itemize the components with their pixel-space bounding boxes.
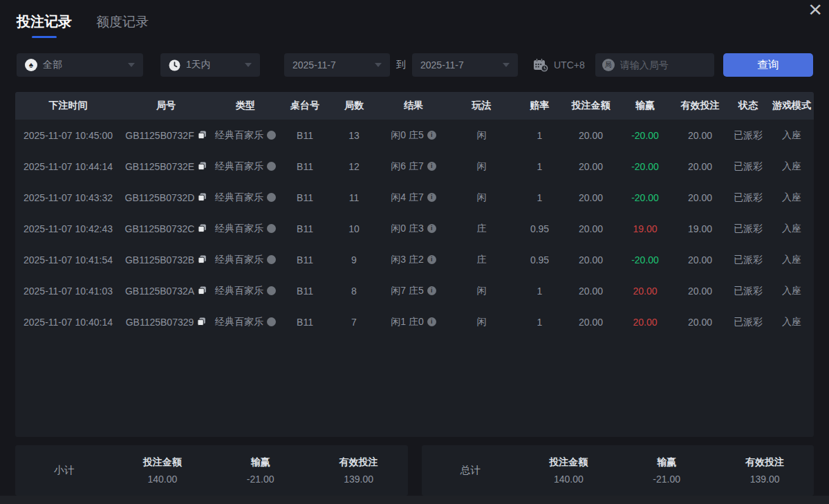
cell-odds: 1 [514, 161, 565, 172]
chevron-down-icon [375, 63, 382, 67]
cell-result: 闲0 庄5i [378, 129, 449, 142]
cell-valid-bet-text: 20.00 [688, 317, 712, 328]
table-header-cell: 局数 [330, 100, 378, 112]
cell-valid-bet: 20.00 [673, 161, 727, 172]
game-type-info-icon[interactable] [267, 224, 276, 233]
close-icon[interactable]: × [808, 0, 822, 22]
clock-icon [169, 59, 180, 71]
game-type-info-icon[interactable] [267, 162, 276, 171]
cell-bet-amount: 20.00 [565, 317, 617, 328]
cell-valid-bet: 19.00 [673, 223, 727, 234]
search-button[interactable]: 查询 [723, 53, 813, 77]
cell-result: 闲7 庄5i [378, 285, 449, 297]
date-to-select[interactable]: 2025-11-7 [412, 53, 518, 77]
cell-round-id: GB1125B0732C [121, 223, 211, 234]
copy-icon[interactable] [198, 131, 207, 140]
cell-game-mode: 入座 [770, 316, 814, 328]
result-info-icon[interactable]: i [427, 224, 436, 233]
cell-round-id: GB1125B0732A [121, 286, 211, 297]
game-type-info-icon[interactable] [267, 131, 276, 140]
cell-play-type: 闲 [449, 129, 514, 142]
result-info-icon[interactable]: i [427, 131, 436, 140]
copy-icon[interactable] [197, 317, 206, 326]
copy-icon[interactable] [198, 162, 207, 171]
cell-valid-bet-text: 20.00 [688, 286, 712, 297]
cell-game-mode-text: 入座 [782, 160, 801, 173]
game-type-info-icon[interactable] [267, 286, 276, 295]
chevron-down-icon [245, 63, 252, 67]
copy-icon[interactable] [198, 224, 207, 233]
game-type-info-icon[interactable] [267, 317, 276, 326]
cell-odds: 1 [514, 286, 565, 297]
table-row: 2025-11-07 10:44:14GB1125B0732E经典百家乐B111… [15, 151, 814, 182]
cell-bet-amount: 20.00 [565, 286, 617, 297]
cell-bet-time-text: 2025-11-07 10:41:03 [24, 286, 113, 297]
cell-round-id: GB1125B0732D [121, 192, 211, 203]
cell-status-text: 已派彩 [734, 223, 763, 235]
cell-bet-amount: 20.00 [565, 254, 617, 265]
bet-amount-value: 140.00 [519, 474, 617, 485]
table-body: 2025-11-07 10:45:00GB1125B0732F经典百家乐B111… [15, 120, 814, 437]
game-type-info-icon[interactable] [267, 193, 276, 202]
valid-bet-label: 有效投注 [716, 456, 814, 469]
timezone-group: UTC+8 [533, 58, 585, 72]
time-range-select[interactable]: 1天内 [160, 53, 260, 77]
cell-bet-amount-text: 20.00 [579, 286, 603, 297]
date-from-value: 2025-11-7 [292, 59, 371, 71]
cell-play-type-text: 庄 [477, 223, 487, 235]
cell-bet-time-text: 2025-11-07 10:43:32 [24, 192, 113, 203]
cell-win-loss: 20.00 [617, 317, 673, 328]
result-info-icon[interactable]: i [427, 162, 436, 171]
cell-odds-text: 1 [537, 286, 543, 297]
cell-status: 已派彩 [727, 129, 770, 142]
date-from-select[interactable]: 2025-11-7 [284, 53, 390, 77]
cell-table-no-text: B11 [297, 223, 313, 234]
cell-game-type-text: 经典百家乐 [215, 160, 263, 173]
cell-round-id-text: GB1125B0732E [125, 161, 194, 172]
table-header: 下注时间局号类型桌台号局数结果玩法赔率投注金额输赢有效投注状态游戏模式 [15, 92, 814, 120]
cell-table-no: B11 [280, 254, 330, 265]
cell-status-text: 已派彩 [734, 285, 763, 297]
cell-game-type: 经典百家乐 [211, 223, 280, 235]
subtotal-bet-amount: 投注金额 140.00 [113, 456, 212, 485]
tab-bet-records[interactable]: 投注记录 [17, 12, 72, 38]
cell-round-id-text: GB1125B0732C [125, 223, 195, 234]
table-header-cell: 投注金额 [565, 100, 617, 112]
cell-game-mode-text: 入座 [782, 223, 801, 235]
game-type-select[interactable]: ♠ 全部 [17, 53, 143, 77]
cell-round-count-text: 7 [351, 317, 357, 328]
result-info-icon[interactable]: i [427, 193, 436, 202]
result-info-icon[interactable]: i [427, 286, 436, 295]
round-badge-icon: 局 [602, 59, 615, 71]
result-info-icon[interactable]: i [427, 255, 436, 264]
cell-table-no-text: B11 [297, 130, 313, 141]
calendar-clock-icon [533, 58, 548, 72]
cell-bet-time: 2025-11-07 10:40:14 [15, 317, 121, 328]
cell-status: 已派彩 [727, 316, 770, 328]
cell-game-mode-text: 入座 [782, 254, 801, 266]
cell-odds: 0.95 [514, 254, 565, 265]
cell-bet-time-text: 2025-11-07 10:41:54 [24, 254, 113, 265]
table-header-cell: 游戏模式 [770, 100, 814, 112]
cell-valid-bet-text: 20.00 [688, 161, 712, 172]
result-info-icon[interactable]: i [427, 317, 436, 326]
cell-round-count: 7 [330, 317, 378, 328]
cell-play-type-text: 闲 [477, 160, 487, 173]
cell-bet-amount-text: 20.00 [579, 192, 603, 203]
table-header-cell: 局号 [121, 100, 211, 112]
game-type-value: 全部 [43, 59, 124, 71]
game-type-info-icon[interactable] [267, 255, 276, 264]
copy-icon[interactable] [198, 193, 207, 202]
cell-valid-bet: 20.00 [673, 317, 727, 328]
copy-icon[interactable] [198, 255, 207, 264]
cell-round-id: GB1125B0732B [121, 254, 211, 265]
table-row: 2025-11-07 10:40:14GB1125B07329经典百家乐B117… [15, 306, 814, 337]
table-row: 2025-11-07 10:42:43GB1125B0732C经典百家乐B111… [15, 213, 814, 244]
tab-quota-records[interactable]: 额度记录 [96, 13, 149, 31]
round-search-input[interactable] [620, 59, 707, 71]
win-loss-value: -21.00 [617, 474, 716, 485]
cell-odds: 1 [514, 317, 565, 328]
cell-status: 已派彩 [727, 285, 770, 297]
subtotal-valid-bet: 有效投注 139.00 [310, 456, 408, 485]
copy-icon[interactable] [198, 286, 207, 295]
